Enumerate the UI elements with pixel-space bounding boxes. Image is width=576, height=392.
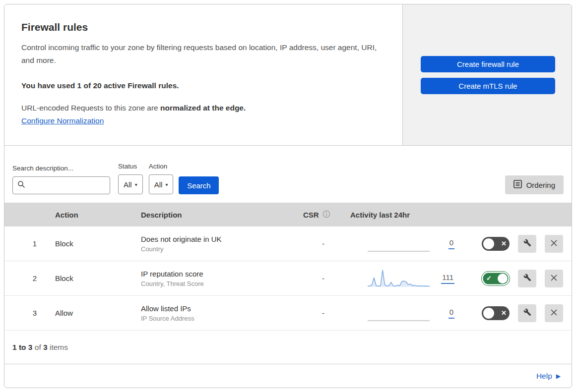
rule-action: Block bbox=[47, 274, 138, 282]
edit-rule-button[interactable] bbox=[518, 235, 536, 253]
activity-sparkline bbox=[368, 268, 430, 289]
delete-rule-button[interactable] bbox=[545, 235, 563, 253]
table-row: 2 Block IP reputation score Country, Thr… bbox=[4, 261, 572, 296]
firewall-rules-card: Firewall rules Control incoming traffic … bbox=[4, 4, 572, 388]
chevron-down-icon: ▾ bbox=[135, 182, 137, 187]
table-row: 3 Allow Allow listed IPs IP Source Addre… bbox=[4, 296, 572, 331]
wrench-icon bbox=[523, 274, 531, 283]
pagination-bar: 1 to 3 of 3 items bbox=[4, 331, 572, 364]
help-label: Help bbox=[536, 372, 552, 381]
rule-description: IP reputation score bbox=[141, 270, 297, 278]
activity-count-link[interactable]: 0 bbox=[448, 308, 454, 319]
rule-activity-cell: 111 bbox=[349, 261, 476, 295]
pagination-range: 1 to 3 bbox=[12, 343, 32, 352]
activity-count-link[interactable]: 111 bbox=[441, 273, 454, 284]
pagination-items: items bbox=[50, 343, 68, 352]
table-header: Action Description CSR Activity last 24h… bbox=[4, 203, 572, 226]
status-value: All bbox=[124, 180, 132, 189]
usage-summary: You have used 1 of 20 active Firewall ru… bbox=[21, 81, 380, 90]
rule-action: Allow bbox=[47, 309, 138, 317]
action-dropdown[interactable]: All ▾ bbox=[149, 174, 174, 194]
header-description: Description bbox=[138, 211, 297, 219]
activity-sparkline bbox=[368, 233, 430, 254]
search-icon bbox=[17, 180, 25, 190]
wrench-icon bbox=[523, 308, 531, 318]
rule-controls: ✕ bbox=[476, 235, 572, 253]
actions-panel: Create firewall rule Create mTLS rule bbox=[403, 4, 572, 145]
action-value: All bbox=[154, 180, 163, 189]
delete-rule-button[interactable] bbox=[545, 304, 563, 322]
search-input[interactable] bbox=[29, 181, 105, 189]
delete-rule-button[interactable] bbox=[545, 270, 563, 287]
activity-sparkline bbox=[368, 303, 430, 324]
edit-rule-button[interactable] bbox=[518, 270, 536, 287]
help-link[interactable]: Help ▶ bbox=[536, 372, 561, 381]
page-title: Firewall rules bbox=[21, 21, 380, 33]
ordering-button[interactable]: Ordering bbox=[505, 175, 564, 194]
search-input-box bbox=[12, 176, 110, 194]
filter-bar: Search description... Status All ▾ Actio… bbox=[4, 146, 572, 203]
search-label: Search description... bbox=[12, 165, 110, 172]
rule-csr: - bbox=[297, 239, 349, 248]
rule-csr: - bbox=[297, 309, 349, 317]
search-button[interactable]: Search bbox=[179, 176, 219, 194]
rule-fields: IP Source Address bbox=[141, 315, 297, 322]
list-icon bbox=[513, 180, 522, 190]
rule-description-cell: IP reputation score Country, Threat Scor… bbox=[138, 270, 297, 287]
status-dropdown[interactable]: All ▾ bbox=[118, 174, 143, 194]
rule-description: Allow listed IPs bbox=[141, 304, 297, 313]
help-bar: Help ▶ bbox=[4, 364, 572, 388]
rule-action: Block bbox=[47, 239, 138, 248]
edit-rule-button[interactable] bbox=[518, 304, 536, 322]
arrow-right-icon: ▶ bbox=[556, 373, 561, 379]
rule-activity-cell: 0 bbox=[349, 296, 476, 330]
rule-enable-toggle[interactable]: ✓ bbox=[482, 272, 510, 285]
chevron-down-icon: ▾ bbox=[165, 182, 168, 187]
create-firewall-rule-button[interactable]: Create firewall rule bbox=[421, 56, 555, 72]
status-label: Status bbox=[118, 163, 143, 170]
header-csr: CSR bbox=[297, 210, 349, 220]
table-row: 1 Block Does not originate in UK Country… bbox=[4, 226, 572, 261]
wrench-icon bbox=[523, 239, 531, 248]
header-section: Firewall rules Control incoming traffic … bbox=[4, 4, 572, 146]
create-mtls-rule-button[interactable]: Create mTLS rule bbox=[421, 78, 555, 94]
rule-description-cell: Does not originate in UK Country bbox=[138, 235, 297, 253]
info-icon[interactable] bbox=[322, 210, 330, 220]
normalization-text: URL-encoded Requests to this zone are bbox=[21, 104, 160, 112]
activity-count-link[interactable]: 0 bbox=[448, 238, 454, 249]
rule-controls: ✓ bbox=[476, 270, 572, 287]
action-label: Action bbox=[149, 163, 174, 170]
header-text-panel: Firewall rules Control incoming traffic … bbox=[4, 4, 403, 145]
rule-priority: 2 bbox=[4, 274, 47, 282]
rule-description: Does not originate in UK bbox=[141, 235, 297, 243]
rule-activity-cell: 0 bbox=[349, 226, 476, 261]
configure-normalization-link[interactable]: Configure Normalization bbox=[21, 116, 104, 125]
csr-label: CSR bbox=[303, 211, 319, 219]
rule-fields: Country, Threat Score bbox=[141, 280, 297, 287]
rule-description-cell: Allow listed IPs IP Source Address bbox=[138, 304, 297, 322]
pagination-total: 3 bbox=[43, 343, 48, 352]
pagination-of: of bbox=[35, 343, 41, 352]
close-icon bbox=[550, 309, 558, 318]
rule-enable-toggle[interactable]: ✕ bbox=[482, 237, 510, 251]
rule-priority: 3 bbox=[4, 309, 47, 317]
page-description: Control incoming traffic to your zone by… bbox=[21, 41, 380, 67]
action-filter-group: Action All ▾ bbox=[149, 163, 174, 194]
rule-csr: - bbox=[297, 274, 349, 282]
search-group: Search description... bbox=[12, 165, 110, 194]
rule-fields: Country bbox=[141, 245, 297, 253]
rule-controls: ✕ bbox=[476, 304, 572, 322]
status-filter-group: Status All ▾ bbox=[118, 163, 143, 194]
ordering-label: Ordering bbox=[526, 181, 555, 189]
close-icon bbox=[550, 239, 558, 248]
normalization-note: URL-encoded Requests to this zone are no… bbox=[21, 104, 380, 112]
header-action: Action bbox=[47, 211, 138, 219]
normalization-bold: normalized at the edge. bbox=[160, 104, 246, 112]
header-activity: Activity last 24hr bbox=[349, 211, 476, 219]
rule-enable-toggle[interactable]: ✕ bbox=[482, 306, 510, 320]
rule-priority: 1 bbox=[4, 239, 47, 248]
close-icon bbox=[550, 274, 558, 283]
